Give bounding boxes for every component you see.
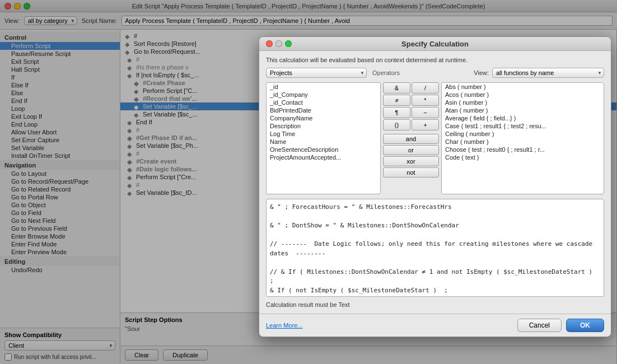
view-col-label: View:	[474, 69, 489, 76]
modal-max-button[interactable]	[285, 40, 292, 47]
operators-text-row: and or xor not	[383, 134, 439, 178]
field-id-company[interactable]: _id_Company	[267, 91, 380, 99]
field-id[interactable]: _id	[267, 83, 380, 91]
fields-list: _id _id_Company _id_Contact BidPrintedDa…	[266, 82, 381, 194]
modal-columns: _id _id_Company _id_Contact BidPrintedDa…	[266, 82, 604, 194]
field-log-time[interactable]: Log Time	[267, 130, 380, 138]
field-bid-printed-date[interactable]: BidPrintedDate	[267, 106, 380, 114]
op-and[interactable]: and	[383, 134, 439, 144]
fn-average[interactable]: Average ( field { ; field...} )	[442, 114, 604, 122]
op-plus[interactable]: +	[412, 119, 439, 130]
op-not-equal[interactable]: ≠	[383, 95, 410, 106]
operators-column: & / ≠ * ¶ − () + and or xor not	[383, 82, 439, 194]
modal-controls-row: Projects Operators View: all functions b…	[266, 68, 604, 78]
learn-more-link[interactable]: Learn More...	[266, 322, 302, 329]
context-dropdown-wrapper[interactable]: Projects	[266, 68, 367, 78]
field-one-sentence[interactable]: OneSentenceDescription	[267, 146, 380, 153]
context-dropdown[interactable]: Projects	[266, 68, 367, 78]
calc-result-row: Calculation result must be Text	[266, 301, 604, 308]
modal-title: Specify Calculation	[401, 40, 469, 48]
cancel-button[interactable]: Cancel	[517, 319, 562, 332]
modal-overlay: Specify Calculation This calculation wil…	[0, 0, 617, 364]
fn-ceiling[interactable]: Ceiling ( number )	[442, 130, 604, 138]
view-dropdown[interactable]: all functions by name	[492, 68, 604, 78]
fn-choose[interactable]: Choose ( test ; result0 { ; result1 ; r.…	[442, 146, 604, 153]
field-company-name[interactable]: CompanyName	[267, 114, 380, 122]
op-multiply[interactable]: *	[412, 95, 439, 106]
op-not[interactable]: not	[383, 167, 439, 178]
specify-calculation-modal: Specify Calculation This calculation wil…	[259, 36, 611, 337]
modal-desc: This calculation will be evaluated based…	[266, 57, 604, 63]
fn-atan[interactable]: Atan ( number )	[442, 106, 604, 114]
calc-result-text: Calculation result must be Text	[266, 301, 350, 308]
view-dropdown-wrapper[interactable]: all functions by name	[492, 68, 604, 78]
fn-asin[interactable]: Asin ( number )	[442, 99, 604, 106]
field-id-contact[interactable]: _id_Contact	[267, 99, 380, 106]
op-pilcrow[interactable]: ¶	[383, 107, 410, 118]
calc-textarea-wrap: & " ; ForecastHours = " & Milestones::Fo…	[266, 199, 604, 297]
op-minus[interactable]: −	[412, 107, 439, 118]
op-ampersand[interactable]: &	[383, 82, 410, 94]
op-or[interactable]: or	[383, 145, 439, 155]
functions-list: Abs ( number ) Acos ( number ) Asin ( nu…	[441, 82, 604, 194]
ok-button[interactable]: OK	[566, 319, 604, 332]
modal-close-button[interactable]	[266, 40, 273, 47]
field-description[interactable]: Description	[267, 122, 380, 130]
fn-acos[interactable]: Acos ( number )	[442, 91, 604, 99]
modal-footer-buttons: Cancel OK	[517, 319, 604, 332]
fn-char[interactable]: Char ( number )	[442, 138, 604, 146]
op-parens[interactable]: ()	[383, 119, 410, 130]
fn-case[interactable]: Case ( test1 ; result1 { ; test2 ; resu.…	[442, 122, 604, 130]
modal-footer: Learn More... Cancel OK	[259, 314, 611, 337]
operators-grid: & / ≠ * ¶ − () +	[383, 82, 439, 130]
modal-title-bar: Specify Calculation	[259, 37, 611, 51]
operators-col-label: Operators	[372, 69, 400, 76]
op-xor[interactable]: xor	[383, 156, 439, 166]
modal-body: This calculation will be evaluated based…	[259, 51, 611, 314]
modal-min-button[interactable]	[275, 40, 282, 47]
fn-code[interactable]: Code ( text )	[442, 153, 604, 161]
field-project-amount[interactable]: ProjectAmountAccepted...	[267, 153, 380, 161]
fn-abs[interactable]: Abs ( number )	[442, 83, 604, 91]
calc-textarea[interactable]: & " ; ForecastHours = " & Milestones::Fo…	[266, 199, 604, 297]
field-name[interactable]: Name	[267, 138, 380, 146]
op-slash[interactable]: /	[412, 82, 439, 94]
